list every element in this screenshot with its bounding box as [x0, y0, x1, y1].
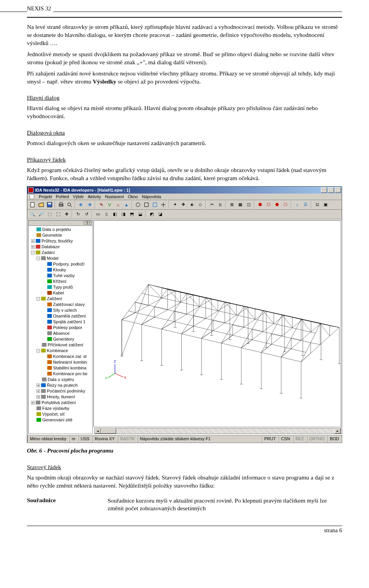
- tree-item[interactable]: Generování sítě: [30, 417, 92, 423]
- tree-item[interactable]: Příčinkové zatížení: [30, 342, 92, 348]
- tree-item[interactable]: Kombinace zat. st: [30, 354, 92, 359]
- tool-icon[interactable]: [160, 201, 167, 209]
- tree-item[interactable]: Křížení: [30, 279, 92, 284]
- new-icon[interactable]: [29, 201, 37, 209]
- expand-icon[interactable]: -: [31, 251, 35, 254]
- status-ortho[interactable]: ORTHO: [307, 435, 327, 443]
- tool-icon[interactable]: ✂: [208, 201, 216, 209]
- expand-icon[interactable]: +: [37, 384, 40, 387]
- tree-item[interactable]: +Databáze: [30, 244, 92, 250]
- tool-icon[interactable]: ⬣: [273, 201, 281, 209]
- tree-item[interactable]: Tuhé vazby: [30, 273, 92, 279]
- tool-icon[interactable]: ⎘: [216, 201, 224, 209]
- status-prut[interactable]: PRUT: [261, 435, 278, 443]
- zoom-fit-icon[interactable]: ⛶: [54, 210, 62, 218]
- zoom-in-icon[interactable]: 🔍: [29, 210, 37, 218]
- rotate-icon[interactable]: ↺: [83, 210, 90, 218]
- tool-icon[interactable]: ⊡: [313, 201, 321, 209]
- pan-icon[interactable]: ✥: [63, 210, 70, 218]
- status-rastr[interactable]: RASTR: [118, 435, 137, 443]
- tool-icon[interactable]: ∿: [97, 201, 105, 209]
- tree-item[interactable]: Spojitá zatížení 1: [30, 319, 92, 325]
- tool-icon[interactable]: ⬢: [256, 201, 264, 209]
- tree-item[interactable]: +Průřezy, tloušťky: [30, 238, 92, 244]
- menu-nápověda[interactable]: Nápověda: [142, 194, 161, 199]
- tree-item[interactable]: Stabilitní kombina: [30, 365, 92, 371]
- titlebar[interactable]: IDA Nexis32 - IDA developers - [HalaH1.e…: [27, 187, 342, 194]
- viewport-3d[interactable]: X Y Z: [93, 220, 341, 427]
- status-coords[interactable]: Mimo oblast kresby: [27, 435, 69, 443]
- tree-item[interactable]: Poklesy podpor: [30, 325, 92, 331]
- tree-item[interactable]: +Řezy na prutech: [30, 383, 92, 388]
- view-icon[interactable]: ⬓: [136, 210, 144, 218]
- close-panel-icon[interactable]: ×: [88, 221, 91, 225]
- scroll-thumb[interactable]: [101, 428, 116, 434]
- tree-item[interactable]: -Zatížení: [30, 296, 92, 302]
- redo-icon[interactable]: [86, 201, 93, 209]
- expand-icon[interactable]: +: [31, 401, 35, 404]
- tree-item[interactable]: Podpory, podloží: [30, 261, 92, 267]
- tree-panel[interactable]: ⊣ × Data o projektuGeometrie+Průřezy, tl…: [28, 220, 93, 434]
- expand-icon[interactable]: -: [37, 257, 40, 260]
- tree-item[interactable]: Data o vzpěru: [30, 377, 92, 383]
- scroll-right-icon[interactable]: ▸: [334, 428, 341, 434]
- tree-item[interactable]: +Počáteční podmínky: [30, 388, 92, 394]
- tree-item[interactable]: Geometrie: [30, 232, 92, 238]
- tool-icon[interactable]: ▲: [123, 201, 130, 209]
- tree-item[interactable]: -Zadání: [30, 250, 92, 256]
- tree-item[interactable]: Fáze výstavby: [30, 406, 92, 411]
- expand-icon[interactable]: +: [31, 239, 35, 243]
- tool-icon[interactable]: ❖: [180, 201, 187, 209]
- tree-item[interactable]: -Model: [30, 256, 92, 261]
- tree-item[interactable]: Osamělá zatížení: [30, 313, 92, 319]
- preview-icon[interactable]: [66, 201, 73, 209]
- tool-icon[interactable]: ✦: [171, 201, 179, 209]
- zoom-out-icon[interactable]: 🔎: [37, 210, 45, 218]
- status-rez[interactable]: ŘEZ: [293, 435, 307, 443]
- tree-item[interactable]: Zatěžovací stavy: [30, 302, 92, 307]
- tool-icon[interactable]: [151, 201, 159, 209]
- tree-item[interactable]: Absence: [30, 331, 92, 336]
- view-icon[interactable]: ◪: [156, 210, 164, 218]
- menu-nastavení[interactable]: Nastavení: [105, 194, 124, 199]
- close-button[interactable]: ×: [335, 187, 341, 193]
- statusbar[interactable]: Mimo oblast kresby m USS Rovina XY RASTR…: [27, 435, 342, 443]
- menu-okno[interactable]: Okno: [128, 194, 138, 199]
- tree-item[interactable]: Nelineární kombin: [30, 359, 92, 365]
- expand-icon[interactable]: -: [37, 349, 40, 352]
- save-icon[interactable]: [46, 201, 53, 209]
- tree-item[interactable]: Generátory: [30, 336, 92, 342]
- view-icon[interactable]: ◩: [148, 210, 156, 218]
- maximize-button[interactable]: □: [328, 187, 334, 193]
- menubar[interactable]: ProjektPohledVýběrAktivityNastaveníOknoN…: [27, 194, 342, 200]
- tree-item[interactable]: Kabel: [30, 290, 92, 296]
- tool-icon[interactable]: ⊞: [228, 201, 236, 209]
- tool-icon[interactable]: ⬠: [282, 201, 289, 209]
- tree-item[interactable]: +Pohyblivá zatížení: [30, 400, 92, 406]
- tool-icon[interactable]: ◫: [245, 201, 253, 209]
- expand-icon[interactable]: -: [37, 297, 40, 301]
- tree-item[interactable]: Data o projektu: [30, 227, 92, 232]
- tree-item[interactable]: +Hmoty, tlumení: [30, 394, 92, 400]
- tool-icon[interactable]: ⌂: [114, 201, 122, 209]
- undo-icon[interactable]: [77, 201, 85, 209]
- scroll-left-icon[interactable]: ◂: [95, 428, 101, 434]
- view-icon[interactable]: ◧: [111, 210, 119, 218]
- tool-icon[interactable]: ◇: [196, 201, 204, 209]
- expand-icon[interactable]: +: [31, 245, 35, 249]
- tool-icon[interactable]: ▣: [322, 201, 329, 209]
- tool-icon[interactable]: [143, 201, 150, 209]
- tree-item[interactable]: Kombinace pro be: [30, 371, 92, 377]
- horizontal-scrollbar[interactable]: ◂ ▸: [94, 428, 341, 434]
- view-icon[interactable]: ◨: [120, 210, 127, 218]
- view-icon[interactable]: ⬒: [128, 210, 136, 218]
- status-units[interactable]: m: [69, 435, 78, 443]
- tool-icon[interactable]: ↕: [293, 201, 301, 209]
- menu-projekt[interactable]: Projekt: [39, 194, 52, 199]
- menu-výběr[interactable]: Výběr: [73, 194, 84, 199]
- view-icon[interactable]: ▯: [103, 210, 110, 218]
- tool-icon[interactable]: ◈: [188, 201, 196, 209]
- tool-icon[interactable]: ☰: [302, 201, 309, 209]
- menu-pohled[interactable]: Pohled: [56, 194, 69, 199]
- tool-icon[interactable]: ▦: [236, 201, 244, 209]
